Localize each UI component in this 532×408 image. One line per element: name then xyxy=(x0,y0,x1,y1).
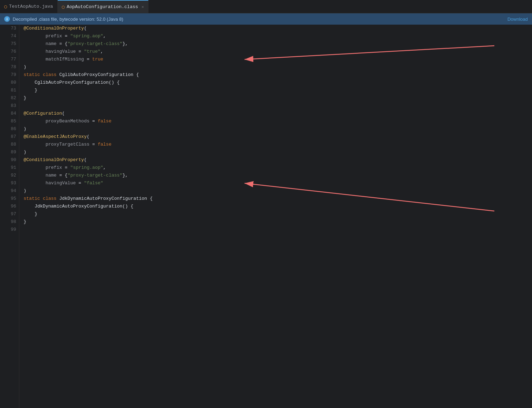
code-line-94: ) xyxy=(24,187,532,195)
download-link[interactable]: Download xyxy=(507,17,528,22)
code-line-84: @Configuration( xyxy=(24,110,532,117)
line-num-87: 87 xyxy=(3,133,16,141)
line-num-83: 83 xyxy=(3,102,16,110)
code-line-74: prefix = "spring.aop", xyxy=(24,32,532,40)
line-num-77: 77 xyxy=(3,56,16,63)
line-num-78: 78 xyxy=(3,63,16,71)
line-num-76: 76 xyxy=(3,48,16,56)
code-content: @ConditionalOnProperty( prefix = "spring… xyxy=(19,25,532,408)
code-line-79: static class CglibAutoProxyConfiguration… xyxy=(24,71,532,79)
code-area: 73 74 75 76 77 78 79 80 81 82 83 84 85 8… xyxy=(0,25,532,408)
line-num-93: 93 xyxy=(3,179,16,187)
code-line-81: } xyxy=(24,87,532,94)
line-num-75: 75 xyxy=(3,40,16,48)
code-line-88: proxyTargetClass = false xyxy=(24,141,532,148)
info-bar-message: Decompiled .class file, bytecode version… xyxy=(13,17,123,22)
tab-testaop-label: TestAopAuto.java xyxy=(9,4,53,9)
java-icon: ◯ xyxy=(4,4,7,9)
line-num-81: 81 xyxy=(3,87,16,94)
line-num-97: 97 xyxy=(3,210,16,218)
tab-aopconfig-label: AopAutoConfiguration.class xyxy=(66,4,138,9)
line-num-79: 79 xyxy=(3,71,16,79)
line-num-74: 74 xyxy=(3,32,16,40)
line-num-91: 91 xyxy=(3,164,16,172)
code-line-98: } xyxy=(24,218,532,226)
code-line-86: ) xyxy=(24,125,532,133)
class-icon: ◯ xyxy=(62,4,65,10)
code-line-78: ) xyxy=(24,63,532,71)
code-line-80: CglibAutoProxyConfiguration() { xyxy=(24,79,532,87)
tab-aopconfig[interactable]: ◯ AopAutoConfiguration.class ✕ xyxy=(58,0,148,13)
code-line-75: name = {"proxy-target-class"}, xyxy=(24,40,532,48)
line-num-99: 99 xyxy=(3,226,16,234)
info-bar: i Decompiled .class file, bytecode versi… xyxy=(0,13,532,25)
code-line-73: @ConditionalOnProperty( xyxy=(24,25,532,32)
line-num-92: 92 xyxy=(3,172,16,179)
code-line-90: @ConditionalOnProperty( xyxy=(24,156,532,164)
code-line-95: static class JdkDynamicAutoProxyConfigur… xyxy=(24,195,532,203)
line-num-85: 85 xyxy=(3,117,16,125)
line-num-84: 84 xyxy=(3,110,16,117)
code-line-76: havingValue = "true", xyxy=(24,48,532,56)
line-num-96: 96 xyxy=(3,203,16,210)
code-line-99 xyxy=(24,226,532,234)
line-num-88: 88 xyxy=(3,141,16,148)
code-line-77: matchIfMissing = true xyxy=(24,56,532,63)
tab-bar: ◯ TestAopAuto.java ◯ AopAutoConfiguratio… xyxy=(0,0,532,13)
line-num-89: 89 xyxy=(3,148,16,156)
code-line-85: proxyBeanMethods = false xyxy=(24,117,532,125)
line-num-73: 73 xyxy=(3,25,16,32)
line-num-98: 98 xyxy=(3,218,16,226)
code-line-82: } xyxy=(24,94,532,102)
line-num-80: 80 xyxy=(3,79,16,87)
tab-testaop[interactable]: ◯ TestAopAuto.java xyxy=(0,0,58,13)
line-num-86: 86 xyxy=(3,125,16,133)
code-line-92: name = {"proxy-target-class"}, xyxy=(24,172,532,179)
code-line-87: @EnableAspectJAutoProxy( xyxy=(24,133,532,141)
line-num-82: 82 xyxy=(3,94,16,102)
code-line-97: } xyxy=(24,210,532,218)
code-line-89: ) xyxy=(24,148,532,156)
code-line-91: prefix = "spring.aop", xyxy=(24,164,532,172)
line-num-95: 95 xyxy=(3,195,16,203)
line-numbers: 73 74 75 76 77 78 79 80 81 82 83 84 85 8… xyxy=(0,25,19,408)
code-line-93: havingValue = "false" xyxy=(24,179,532,187)
close-icon[interactable]: ✕ xyxy=(141,5,144,9)
code-line-96: JdkDynamicAutoProxyConfiguration() { xyxy=(24,203,532,210)
info-icon: i xyxy=(4,16,10,22)
code-line-83 xyxy=(24,102,532,110)
line-num-90: 90 xyxy=(3,156,16,164)
line-num-94: 94 xyxy=(3,187,16,195)
info-bar-message-area: i Decompiled .class file, bytecode versi… xyxy=(4,16,123,22)
